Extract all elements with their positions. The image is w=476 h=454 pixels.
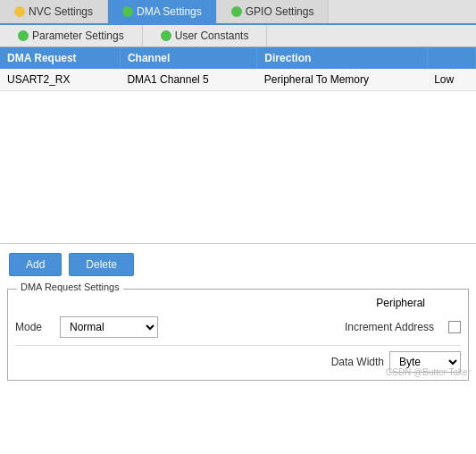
increment-address-checkbox[interactable]: [448, 321, 461, 333]
col-header-channel: Channel: [120, 47, 256, 69]
settings-group-label: DMA Request Settings: [17, 282, 123, 292]
mode-label: Mode: [15, 321, 51, 333]
param-tab-icon: [18, 30, 29, 41]
mode-select[interactable]: Normal Circular: [60, 316, 158, 338]
tab-nvc-label: NVC Settings: [29, 5, 93, 18]
increment-address-label: Increment Address: [345, 321, 434, 333]
dma-table-area: DMA Request Channel Direction USART2_RX …: [0, 47, 476, 244]
user-tab-icon: [161, 30, 171, 41]
nvc-tab-icon: [14, 6, 25, 17]
col-header-request: DMA Request: [0, 47, 120, 69]
data-width-select[interactable]: Byte Half Word Word: [389, 351, 461, 373]
dma-request-settings: DMA Request Settings Peripheral Mode Nor…: [7, 289, 469, 381]
tab-nvc[interactable]: NVC Settings: [0, 0, 108, 23]
top-tab-bar: NVC Settings DMA Settings GPIO Settings: [0, 0, 476, 25]
tab-param-label: Parameter Settings: [32, 29, 124, 42]
data-width-row: Data Width Byte Half Word Word: [15, 345, 461, 373]
tab-gpio-label: GPIO Settings: [246, 5, 314, 18]
cell-direction: Peripheral To Memory: [257, 69, 427, 91]
dma-tab-icon: [122, 6, 133, 17]
cell-request: USART2_RX: [0, 69, 120, 91]
tab-gpio[interactable]: GPIO Settings: [217, 0, 330, 23]
col-header-extra: [427, 47, 475, 69]
tab-user-label: User Constants: [175, 29, 249, 42]
gpio-tab-icon: [231, 6, 242, 17]
tab-user[interactable]: User Constants: [143, 25, 268, 46]
tab-dma[interactable]: DMA Settings: [108, 0, 217, 23]
dma-table: DMA Request Channel Direction USART2_RX …: [0, 47, 476, 91]
peripheral-header: Peripheral: [15, 297, 461, 309]
mode-row: Mode Normal Circular Increment Address: [15, 316, 461, 338]
cell-priority: Low: [427, 69, 475, 91]
delete-button[interactable]: Delete: [69, 253, 134, 276]
peripheral-column-label: Peripheral: [376, 297, 425, 309]
col-header-direction: Direction: [257, 47, 427, 69]
tab-dma-label: DMA Settings: [137, 5, 202, 18]
table-row[interactable]: USART2_RX DMA1 Channel 5 Peripheral To M…: [0, 69, 476, 91]
second-tab-bar: Parameter Settings User Constants: [0, 25, 476, 47]
add-button[interactable]: Add: [9, 253, 62, 276]
cell-channel: DMA1 Channel 5: [120, 69, 256, 91]
data-width-label: Data Width: [331, 356, 384, 368]
action-buttons: Add Delete: [0, 244, 476, 285]
tab-param[interactable]: Parameter Settings: [0, 25, 143, 46]
